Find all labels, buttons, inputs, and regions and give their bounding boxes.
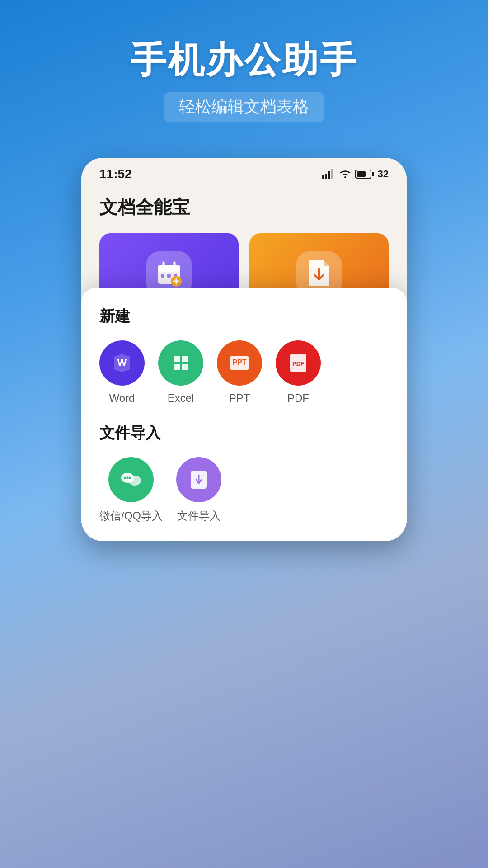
app-title: 文档全能宝 — [81, 186, 407, 233]
excel-label: Excel — [168, 392, 194, 405]
excel-icon — [168, 350, 193, 376]
popup-overlay: 新建 W Word — [81, 288, 407, 541]
popup-ppt[interactable]: PPT PPT — [217, 340, 262, 405]
popup-wechat[interactable]: 微信/QQ导入 — [99, 457, 163, 523]
app-subtitle: 轻松编辑文档表格 — [164, 92, 324, 122]
status-bar: 11:52 — [81, 158, 407, 186]
popup-import-icons: 微信/QQ导入 文件导入 — [99, 457, 389, 523]
svg-rect-33 — [174, 364, 180, 370]
svg-rect-0 — [322, 175, 324, 179]
pdf-create-icon: PDF — [286, 350, 311, 376]
svg-rect-3 — [331, 169, 333, 179]
excel-icon-circle — [158, 340, 203, 386]
svg-rect-32 — [182, 356, 188, 362]
battery-icon — [355, 170, 374, 179]
svg-text:PPT: PPT — [232, 359, 246, 366]
svg-rect-9 — [161, 274, 164, 278]
svg-rect-2 — [328, 171, 330, 179]
svg-point-43 — [129, 477, 131, 479]
svg-text:W: W — [117, 357, 127, 368]
battery-level: 32 — [378, 168, 389, 180]
popup-word[interactable]: W Word — [99, 340, 145, 405]
file-import-icon-circle — [176, 457, 221, 502]
popup-file-import[interactable]: 文件导入 — [176, 457, 221, 523]
svg-point-41 — [124, 477, 127, 479]
status-icons: 32 — [322, 168, 389, 180]
svg-text:PDF: PDF — [292, 360, 304, 367]
pdf-label: PDF — [287, 392, 309, 405]
popup-import-section: 文件导入 — [99, 423, 389, 523]
wechat-label: 微信/QQ导入 — [99, 509, 163, 523]
svg-rect-1 — [325, 174, 327, 179]
popup-new-section: 新建 W Word — [99, 306, 389, 405]
new-doc-icon — [155, 260, 183, 288]
wechat-icon — [117, 466, 145, 493]
word-icon-circle: W — [99, 340, 145, 386]
ppt-label: PPT — [229, 392, 250, 405]
import-file-icon — [305, 259, 333, 289]
svg-rect-31 — [174, 356, 180, 362]
file-import-icon — [186, 467, 211, 492]
phone-mockup: 11:52 — [81, 158, 407, 541]
svg-point-42 — [127, 477, 129, 479]
file-import-label: 文件导入 — [177, 509, 221, 523]
signal-icon — [322, 169, 335, 179]
svg-rect-10 — [167, 274, 171, 278]
app-main-title: 手机办公助手 — [18, 36, 470, 85]
wifi-icon — [339, 169, 352, 179]
popup-pdf[interactable]: PDF PDF — [276, 340, 321, 405]
popup-excel[interactable]: Excel — [158, 340, 203, 405]
status-time: 11:52 — [99, 167, 132, 181]
pdf-icon-circle: PDF — [276, 340, 321, 386]
svg-rect-34 — [182, 364, 188, 370]
popup-new-title: 新建 — [99, 306, 389, 327]
ppt-create-icon: PPT — [227, 350, 252, 376]
word-label: Word — [109, 392, 135, 405]
popup-new-icons: W Word — [99, 340, 389, 405]
wechat-icon-circle — [108, 457, 154, 502]
word-icon: W — [109, 350, 135, 376]
ppt-icon-circle: PPT — [217, 340, 262, 386]
header-section: 手机办公助手 轻松编辑文档表格 — [0, 0, 488, 140]
popup-import-title: 文件导入 — [99, 423, 389, 443]
svg-rect-6 — [158, 269, 180, 272]
